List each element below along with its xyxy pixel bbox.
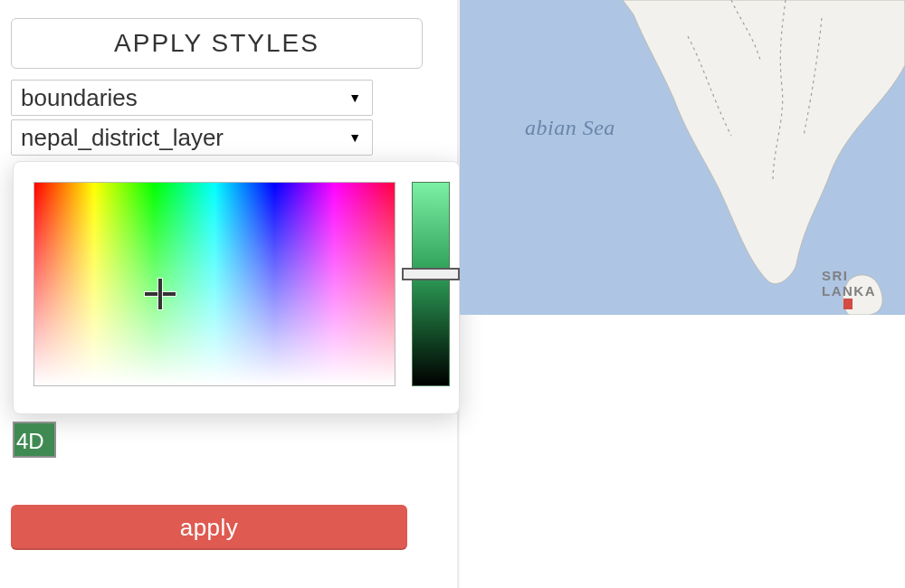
chevron-down-icon: ▼ [348, 90, 361, 105]
apply-button[interactable]: apply [11, 505, 407, 550]
color-hue-rail[interactable] [412, 182, 450, 386]
crosshair-icon [145, 279, 176, 309]
select-style-category-value: boundaries [21, 84, 138, 112]
country-label-sri-lanka: SRI LANKA [822, 268, 905, 299]
color-hex-chip[interactable]: 4D [13, 422, 56, 458]
hue-thumb[interactable] [402, 268, 460, 280]
color-sv-pane[interactable] [33, 182, 395, 386]
style-panel: APPLY STYLES boundaries ▼ nepal_district… [11, 18, 423, 156]
map-viewport[interactable]: abian Sea SRI LANKA [460, 0, 905, 315]
map-marker-icon[interactable] [843, 299, 853, 309]
color-picker-popover [13, 161, 460, 414]
apply-styles-title[interactable]: APPLY STYLES [11, 18, 423, 69]
select-layer-value: nepal_district_layer [21, 124, 224, 152]
select-style-category[interactable]: boundaries ▼ [11, 80, 373, 116]
select-layer[interactable]: nepal_district_layer ▼ [11, 119, 373, 156]
sea-label: abian Sea [525, 116, 615, 140]
chevron-down-icon: ▼ [348, 130, 361, 145]
